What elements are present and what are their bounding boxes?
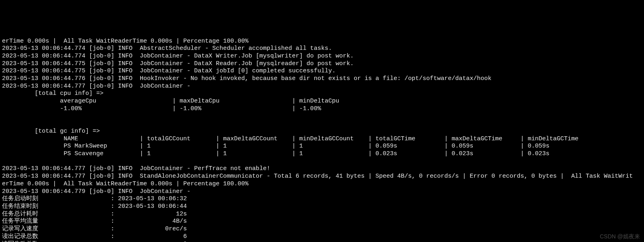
log-line: 2023-05-13 00:06:44.775 [job-0] INFO Job… (2, 68, 335, 74)
log-line: 2023-05-13 00:06:44.775 [job-0] INFO Job… (2, 60, 354, 67)
summary-end-time: 任务结束时刻 : 2023-05-13 00:06:44 (2, 203, 187, 210)
cpu-info-header: [total cpu info] => (2, 90, 107, 97)
summary-read-count: 读出记录总数 : 6 (2, 233, 187, 240)
log-line: 2023-05-13 00:06:44.776 [job-0] INFO Hoo… (2, 75, 491, 82)
summary-start-time: 任务启动时刻 : 2023-05-13 00:06:32 (2, 195, 187, 202)
log-line: erTime 0.000s | All Task WaitReaderTime … (2, 38, 248, 45)
log-line: 2023-05-13 00:06:44.777 [job-0] INFO Job… (2, 83, 194, 90)
gc-table-header: NAME | totalGCCount | maxDeltaGCCount | … (2, 135, 596, 142)
log-line: 2023-05-13 00:06:44.774 [job-0] INFO Abs… (2, 45, 332, 52)
log-line: erTime 0.000s | All Task WaitReaderTime … (2, 180, 248, 187)
log-line: 2023-05-13 00:06:44.777 [job-0] INFO Sta… (2, 173, 633, 180)
gc-table-row: PS MarkSweep | 1 | 1 | 1 | 0.059s | 0.05… (2, 143, 596, 150)
log-line: 2023-05-13 00:06:44.779 [job-0] INFO Job… (2, 188, 194, 195)
summary-total-time: 任务总计耗时 : 12s (2, 211, 187, 217)
log-line (2, 113, 89, 120)
gc-info-header: [total gc info] => (2, 128, 104, 135)
cpu-table-header: averageCpu | maxDeltaCpu | minDeltaCpu (2, 98, 412, 105)
watermark-text: CSDN @嫣夜来 (600, 233, 640, 240)
summary-write-speed: 记录写入速度 : 0rec/s (2, 226, 187, 232)
summary-fail-count: 读写失败总数 : 0 (2, 241, 187, 242)
summary-avg-flow: 任务平均流量 : 4B/s (2, 218, 187, 225)
terminal-output[interactable]: erTime 0.000s | All Task WaitReaderTime … (0, 38, 644, 242)
log-line: 2023-05-13 00:06:44.774 [job-0] INFO Job… (2, 53, 354, 59)
log-line: 2023-05-13 00:06:44.777 [job-0] INFO Job… (2, 165, 270, 172)
gc-table-row: PS Scavenge | 1 | 1 | 1 | 0.023s | 0.023… (2, 150, 596, 157)
cpu-table-row: -1.00% | -1.00% | -1.00% (2, 105, 321, 112)
